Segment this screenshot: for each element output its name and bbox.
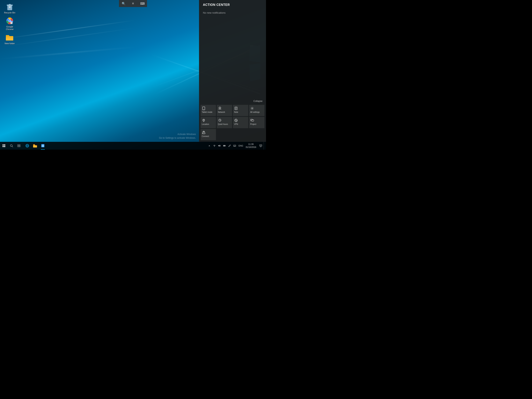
svg-line-3 xyxy=(8,6,9,9)
action-center-panel: ACTION CENTER No new notifications Colla… xyxy=(199,0,266,142)
note-label: Note xyxy=(234,111,238,113)
svg-point-34 xyxy=(203,133,203,134)
activate-windows-watermark: Activate Windows Go to Settings to activ… xyxy=(159,133,196,140)
all-settings-label: All settings xyxy=(250,111,260,113)
recycle-bin-image xyxy=(6,3,14,11)
svg-point-12 xyxy=(9,20,11,22)
qa-tablet-mode[interactable]: Tablet mode xyxy=(201,105,216,116)
menu-toolbar-button[interactable]: ≡ xyxy=(128,0,138,7)
chrome-image xyxy=(6,17,14,25)
show-desktop-button[interactable] xyxy=(264,142,265,150)
keyboard-toolbar-button[interactable]: ⌨ xyxy=(138,0,147,7)
folder-image xyxy=(6,34,14,41)
windows-logo xyxy=(3,144,5,147)
svg-point-27 xyxy=(252,108,253,109)
taskbar-apps xyxy=(23,142,205,150)
tray-icons xyxy=(206,142,238,150)
all-settings-icon xyxy=(250,106,254,110)
taskbar-search-button[interactable] xyxy=(8,142,15,150)
svg-point-21 xyxy=(203,109,204,110)
svg-rect-49 xyxy=(42,145,43,146)
qa-location[interactable]: Location xyxy=(201,117,216,128)
action-center-header: ACTION CENTER xyxy=(199,0,266,9)
svg-point-28 xyxy=(203,120,204,120)
qa-vpn[interactable]: VPN xyxy=(233,117,248,128)
svg-rect-40 xyxy=(19,146,20,147)
chrome-label: Google Chrome xyxy=(3,26,17,31)
collapse-row: Collapse xyxy=(199,98,266,104)
network-icon xyxy=(218,106,222,110)
clock-time: 11:39 xyxy=(248,143,254,146)
recycle-bin-label: Recycle Bin xyxy=(4,12,15,14)
svg-rect-37 xyxy=(18,145,19,146)
task-view-button[interactable] xyxy=(15,142,23,150)
project-icon xyxy=(250,118,254,122)
location-label: Location xyxy=(202,123,209,125)
recycle-bin-icon[interactable]: Recycle Bin xyxy=(2,2,18,15)
tray-power[interactable] xyxy=(222,142,227,150)
collapse-button[interactable]: Collapse xyxy=(252,99,264,103)
location-icon xyxy=(202,118,206,122)
svg-rect-50 xyxy=(43,145,44,146)
qa-project[interactable]: Project xyxy=(249,117,265,128)
svg-rect-52 xyxy=(43,146,44,147)
tray-keyboard[interactable] xyxy=(232,142,237,150)
connect-label: Connect xyxy=(202,135,209,138)
quick-actions-grid: Tablet mode Network xyxy=(199,104,266,142)
svg-rect-38 xyxy=(19,145,20,146)
taskbar-ie[interactable] xyxy=(23,142,31,150)
show-hidden-icons[interactable] xyxy=(207,142,212,150)
google-chrome-icon[interactable]: Google Chrome xyxy=(2,16,18,32)
taskbar: ENG 11:39 31/10/2016 xyxy=(0,142,266,150)
svg-rect-58 xyxy=(234,145,236,147)
qa-note[interactable]: Note xyxy=(233,105,248,116)
connect-icon xyxy=(202,130,206,135)
svg-rect-56 xyxy=(225,146,226,146)
tray-language[interactable]: ENG xyxy=(238,142,244,150)
svg-rect-32 xyxy=(252,120,254,121)
tray-pen[interactable] xyxy=(227,142,232,150)
tray-network[interactable] xyxy=(212,142,217,150)
svg-rect-64 xyxy=(260,145,262,146)
svg-rect-19 xyxy=(6,36,13,38)
tray-clock[interactable]: 11:39 31/10/2016 xyxy=(244,142,258,150)
vpn-icon xyxy=(234,118,238,122)
action-center-tray-button[interactable] xyxy=(258,142,264,150)
search-toolbar-button[interactable]: 🔍 xyxy=(119,0,128,7)
new-folder-label: New folder xyxy=(5,42,15,45)
desktop: 🔍 ≡ ⌨ xyxy=(0,0,266,150)
svg-rect-47 xyxy=(33,146,37,147)
start-button[interactable] xyxy=(0,142,8,150)
tray-volume[interactable] xyxy=(217,142,222,150)
taskbar-app3[interactable] xyxy=(39,142,47,150)
desktop-icons: Recycle Bin xyxy=(2,2,18,46)
quiet-hours-label: Quiet hours xyxy=(218,123,228,125)
svg-line-5 xyxy=(11,6,11,9)
svg-point-22 xyxy=(220,108,220,108)
new-folder-icon[interactable]: New folder xyxy=(2,33,18,46)
svg-rect-51 xyxy=(42,146,43,147)
vpn-label: VPN xyxy=(234,123,238,125)
taskbar-explorer[interactable] xyxy=(31,142,39,150)
svg-rect-2 xyxy=(9,4,11,5)
action-center-title: ACTION CENTER xyxy=(203,3,262,7)
network-label: Network xyxy=(218,111,225,113)
project-label: Project xyxy=(250,123,256,125)
quiet-hours-icon xyxy=(218,118,222,122)
floating-toolbar: 🔍 ≡ ⌨ xyxy=(119,0,147,7)
svg-line-36 xyxy=(12,146,13,147)
tablet-mode-icon xyxy=(202,106,206,110)
svg-rect-39 xyxy=(18,146,19,147)
svg-rect-48 xyxy=(41,144,44,147)
svg-marker-54 xyxy=(218,145,219,147)
note-icon xyxy=(234,106,238,110)
no-notifications-text: No new notifications xyxy=(203,11,262,14)
qa-network[interactable]: Network xyxy=(217,105,232,116)
qa-connect[interactable]: Connect xyxy=(201,129,216,140)
tablet-mode-label: Tablet mode xyxy=(202,111,212,113)
clock-date: 31/10/2016 xyxy=(246,146,256,149)
system-tray: ENG 11:39 31/10/2016 xyxy=(205,142,266,150)
qa-quiet-hours[interactable]: Quiet hours xyxy=(217,117,232,128)
svg-rect-57 xyxy=(223,145,225,146)
qa-all-settings[interactable]: All settings xyxy=(249,105,265,116)
